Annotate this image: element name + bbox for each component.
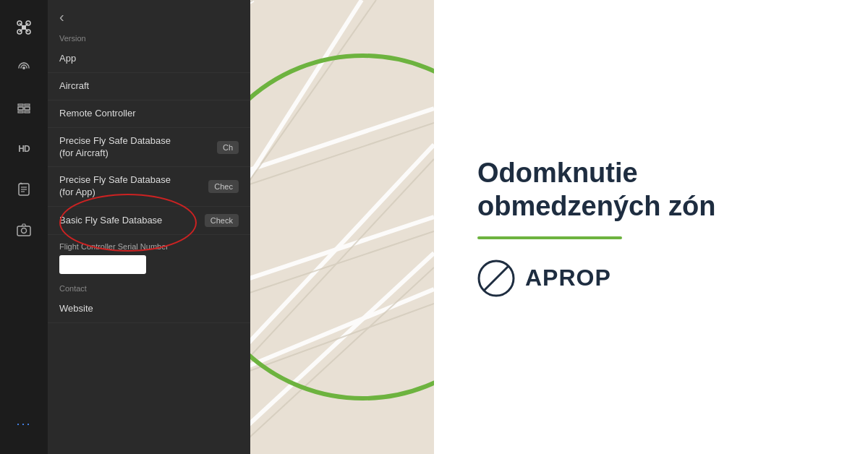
svg-rect-38 [25,107,30,110]
panel-item-website[interactable]: Website [48,296,250,323]
camera-icon[interactable] [8,214,40,246]
contact-section-label: Contact [48,278,250,296]
check-badge-aircraft[interactable]: Ch [217,141,239,154]
svg-rect-40 [25,104,30,106]
green-divider [477,236,622,239]
sidebar: HD ··· [0,0,48,454]
dots-icon[interactable]: ··· [8,408,40,440]
svg-point-48 [22,228,27,234]
fc-serial-label: Flight Controller Serial Number [59,242,239,251]
panel-item-app-label: App [59,53,239,65]
panel-item-rc[interactable]: Remote Controller [48,100,250,128]
hd-icon[interactable]: HD [8,133,40,165]
svg-rect-42 [25,111,30,113]
panel-item-aircraft[interactable]: Aircraft [48,73,250,100]
settings-panel: ‹ Version App Aircraft Remote Controller… [48,0,250,454]
version-section-label: Version [48,28,250,46]
svg-point-36 [22,67,25,69]
panel-item-flysafe-aircraft-label: Precise Fly Safe Database(for Aircraft) [59,135,217,160]
brand-name: APROP [525,265,611,291]
back-chevron: ‹ [59,9,64,25]
back-button[interactable]: ‹ [48,0,250,28]
check-badge-app[interactable]: Chec [208,180,239,193]
map-area: 61 0 100m [0,0,434,454]
fc-serial-input[interactable] [59,255,146,274]
panel-item-flysafe-aircraft[interactable]: Precise Fly Safe Database(for Aircraft) … [48,128,250,168]
right-panel: Odomknutie obmedzených zón APROP [434,0,868,454]
panel-item-aircraft-label: Aircraft [59,80,239,93]
title-line2: obmedzených zón [477,191,715,221]
panel-item-website-label: Website [59,303,239,315]
panel-item-rc-label: Remote Controller [59,108,239,120]
svg-line-50 [485,267,508,290]
main-title: Odomknutie obmedzených zón [477,157,715,223]
svg-rect-39 [18,104,23,106]
title-line1: Odomknutie [477,158,638,188]
panel-item-basic-flysafe[interactable]: Basic Fly Safe Database Check [48,207,250,235]
svg-rect-37 [18,107,23,110]
svg-rect-41 [18,111,23,113]
signal-icon[interactable] [8,52,40,84]
fc-serial-section: Flight Controller Serial Number [48,235,250,278]
panel-item-basic-flysafe-label: Basic Fly Safe Database [59,215,205,227]
panel-item-flysafe-app[interactable]: Precise Fly Safe Database(for App) Chec [48,167,250,207]
check-badge-basic[interactable]: Check [205,214,239,227]
aprop-logo [477,260,515,297]
checklist-icon[interactable] [8,174,40,205]
grid-icon[interactable] [8,93,40,124]
brand-row: APROP [477,260,611,297]
drone-icon[interactable] [8,12,40,43]
panel-item-flysafe-app-label: Precise Fly Safe Database(for App) [59,174,208,199]
svg-rect-35 [22,25,26,30]
panel-item-app[interactable]: App [48,46,250,73]
